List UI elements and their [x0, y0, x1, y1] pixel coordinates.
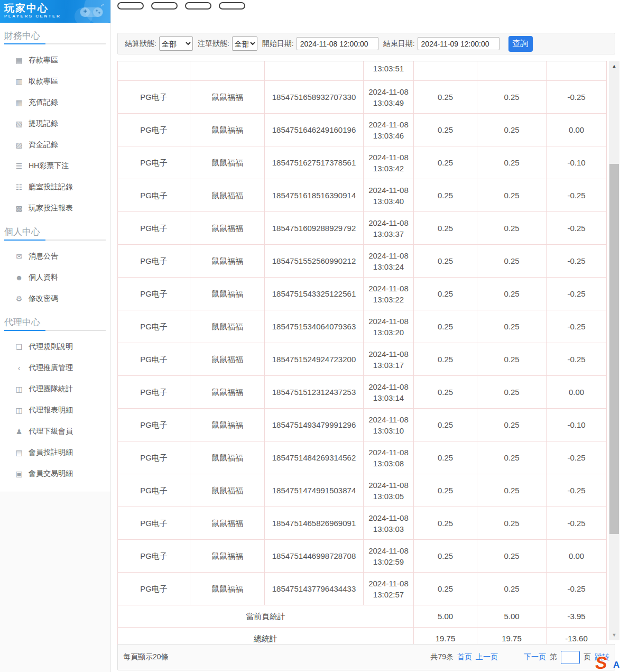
sidebar-item[interactable]: ▧ 提現記錄 — [0, 113, 106, 134]
sidebar-item[interactable]: ◫ 代理團隊統計 — [0, 379, 106, 400]
bet-records-table: 13:03:51 PG电子 鼠鼠福福 1854751658932707330 2… — [117, 61, 607, 650]
section-divider — [4, 43, 106, 44]
category-tab[interactable] — [185, 2, 211, 10]
withdraw-icon: ▥ — [14, 77, 24, 86]
sidebar-item[interactable]: ☰ HH彩票下注 — [0, 155, 106, 177]
cell-bet-time: 13:03:51 — [364, 61, 414, 81]
section-title: 代理中心 — [4, 309, 110, 330]
sidebar-item[interactable]: ◫ 代理報表明細 — [0, 400, 106, 421]
agent-members-icon: ♟ — [14, 427, 24, 436]
scrollbar-thumb[interactable] — [609, 164, 619, 534]
sidebar-item-label: 存款專區 — [29, 56, 58, 65]
sidebar-item[interactable]: ▩ 玩家投注報表 — [0, 198, 106, 219]
sidebar-item[interactable]: ▨ 資金記錄 — [0, 134, 106, 155]
start-date-input[interactable] — [297, 37, 378, 50]
sidebar-sections: 財務中心 ▤ 存款專區 ▥ 取款專區 — [0, 23, 110, 484]
cell-bet-time: 2024-11-08 13:03:10 — [364, 409, 414, 441]
first-page-link[interactable]: 首页 — [457, 652, 472, 662]
cell-valid-bet: 0.25 — [477, 507, 547, 540]
cell-valid-bet: 0.25 — [477, 409, 547, 441]
cell-bet-time: 2024-11-08 13:03:49 — [364, 81, 414, 114]
table-row: PG电子 鼠鼠福福 1854751552560990212 2024-11-08… — [117, 245, 607, 278]
ime-indicator: S A — [591, 652, 620, 672]
cell-order-id: 1854751618516390914 — [265, 179, 364, 212]
cell-game: 鼠鼠福福 — [190, 343, 265, 376]
sidebar-item[interactable]: ✉ 消息公告 — [0, 246, 106, 267]
cell-game: 鼠鼠福福 — [190, 441, 265, 474]
sidebar-item[interactable]: ☻ 個人資料 — [0, 267, 106, 288]
cell-order-id: 1854751524924723200 — [265, 343, 364, 376]
cell-bet-time: 2024-11-08 13:03:17 — [364, 343, 414, 376]
section-title: 個人中心 — [4, 219, 110, 240]
sidebar-item[interactable]: ❏ 代理規則說明 — [0, 336, 106, 357]
cell-winloss: -0.25 — [547, 81, 607, 114]
scroll-up-arrow[interactable]: ▲ — [609, 62, 619, 70]
category-tab[interactable] — [117, 2, 144, 10]
cell-provider: PG电子 — [117, 540, 190, 573]
search-button[interactable]: 查詢 — [508, 36, 533, 52]
table-row: PG电子 鼠鼠福福 1854751465826969091 2024-11-08… — [117, 507, 607, 540]
gamepad-icon — [78, 3, 105, 20]
cell-valid-bet: 0.25 — [477, 81, 547, 114]
category-tab[interactable] — [151, 2, 178, 10]
player-report-icon: ▩ — [14, 204, 24, 213]
sidebar-item-label: 廳室投註記錄 — [29, 182, 73, 192]
table-scrollbar[interactable]: ▲ ▼ — [609, 61, 619, 640]
cell-bet-amount: 0.25 — [414, 278, 477, 310]
sidebar-item[interactable]: ▣ 會員交易明細 — [0, 463, 106, 484]
scroll-down-arrow[interactable]: ▼ — [609, 631, 619, 639]
cell-valid-bet: 0.25 — [477, 573, 547, 605]
cell-bet-amount: 0.25 — [414, 376, 477, 409]
prev-page-link[interactable]: 上一页 — [476, 652, 498, 662]
sidebar-item[interactable]: ▥ 取款專區 — [0, 71, 106, 92]
end-date-input[interactable] — [418, 37, 499, 50]
jump-page-input[interactable] — [561, 651, 580, 664]
sidebar-footer-area — [0, 492, 110, 672]
sidebar-item-label: 資金記錄 — [29, 140, 58, 150]
agent-team-stats-icon: ◫ — [14, 385, 24, 393]
cell-winloss: -0.25 — [547, 179, 607, 212]
page-summary-row: 當前頁統計 5.00 5.00 -3.95 — [117, 605, 607, 628]
category-tab[interactable] — [219, 2, 245, 10]
sidebar-item[interactable]: ‹ 代理推廣管理 — [0, 357, 106, 379]
cell-order-id: 1854751534064079363 — [265, 310, 364, 343]
table-row: PG电子 鼠鼠福福 1854751646249160196 2024-11-08… — [117, 114, 607, 146]
table-row: PG电子 鼠鼠福福 1854751609288929792 2024-11-08… — [117, 212, 607, 245]
sidebar-item[interactable]: ☷ 廳室投註記錄 › — [0, 177, 106, 198]
sidebar-item[interactable]: ▤ 存款專區 — [0, 50, 106, 71]
cell-order-id: 1854751512312437253 — [265, 376, 364, 409]
cell-bet-time: 2024-11-08 13:03:03 — [364, 507, 414, 540]
section-divider — [4, 330, 106, 331]
cell-game: 鼠鼠福福 — [190, 409, 265, 441]
section-title: 財務中心 — [4, 23, 110, 43]
sidebar-item-label: 提現記錄 — [29, 119, 58, 128]
order-status-select[interactable]: 全部 — [232, 36, 257, 51]
cell-bet-time: 2024-11-08 13:03:20 — [364, 310, 414, 343]
cell-order-id: 1854751446998728708 — [265, 540, 364, 573]
profile-icon: ☻ — [14, 273, 24, 282]
menu-list: ▤ 存款專區 ▥ 取款專區 ▦ 充值記錄 — [0, 44, 110, 219]
cell-order-id: 1854751646249160196 — [265, 114, 364, 146]
menu-list: ❏ 代理規則說明 ‹ 代理推廣管理 ◫ 代理團隊統計 — [0, 331, 110, 484]
sidebar-item[interactable]: ⚙ 修改密碼 — [0, 288, 106, 309]
next-page-link[interactable]: 下一页 — [524, 652, 546, 662]
cell-order-id: 1854751552560990212 — [265, 245, 364, 278]
table-row: PG电子 鼠鼠福福 1854751658932707330 2024-11-08… — [117, 81, 607, 114]
sidebar-item[interactable]: ▦ 充值記錄 — [0, 92, 106, 113]
sidebar-item[interactable]: ▤ 會員投註明細 — [0, 442, 106, 463]
page-summary-valid: 5.00 — [477, 605, 547, 628]
cell-bet-amount: 0.25 — [414, 507, 477, 540]
settle-status-select[interactable]: 全部 — [159, 36, 193, 51]
cell-bet-time: 2024-11-08 13:03:05 — [364, 474, 414, 507]
sidebar-item[interactable]: ♟ 代理下級會員 — [0, 421, 106, 442]
sidebar-item-label: 玩家投注報表 — [29, 204, 73, 213]
cell-game: 鼠鼠福福 — [190, 212, 265, 245]
cell-game: 鼠鼠福福 — [190, 474, 265, 507]
cell-game: 鼠鼠福福 — [190, 81, 265, 114]
cell-winloss: -0.25 — [547, 343, 607, 376]
cell-bet-time: 2024-11-08 13:03:46 — [364, 114, 414, 146]
member-trades-icon: ▣ — [14, 470, 24, 478]
room-bet-records-icon: ☷ — [14, 183, 24, 191]
player-center-page: 玩家中心 PLAYERS CENTER 財務中心 ▤ 存款專區 ▥ — [0, 0, 620, 672]
table-row: PG电子 鼠鼠福福 1854751524924723200 2024-11-08… — [117, 343, 607, 376]
